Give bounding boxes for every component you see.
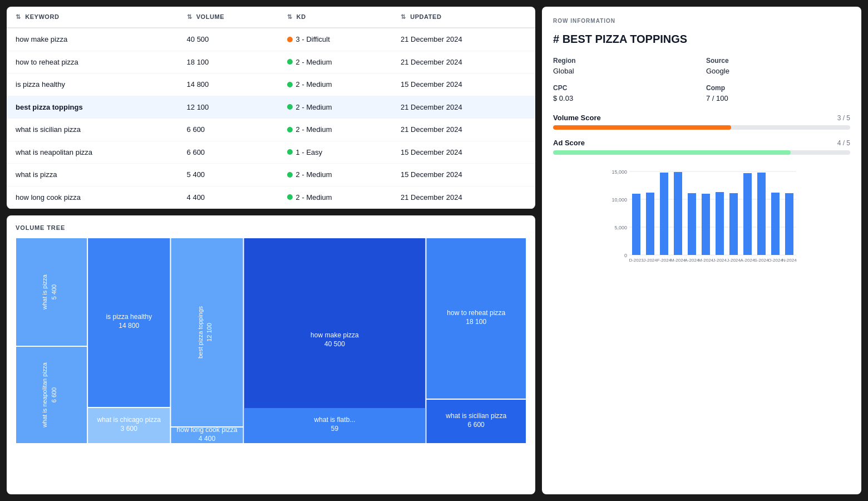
treemap-cell[interactable]: how to reheat pizza18 100 [426, 238, 526, 399]
cell-updated: 21 December 2024 [392, 51, 535, 73]
chart-bar[interactable] [702, 194, 710, 255]
chart-x-label: J-2024 [727, 258, 741, 263]
treemap-cell-volume: 6 600 [468, 421, 485, 429]
table-row[interactable]: is pizza healthy14 8002 - Medium15 Decem… [7, 73, 535, 96]
cell-keyword: how make pizza [7, 28, 178, 51]
region-value: Global [553, 67, 697, 75]
treemap-cell-volume: 12 100 [206, 323, 213, 342]
chart-bar[interactable] [771, 193, 780, 255]
treemap-cell-label: what is pizza [41, 274, 48, 310]
chart-x-label: N-2024 [782, 258, 797, 263]
cell-volume: 6 600 [178, 141, 278, 164]
chart-bar[interactable] [660, 173, 668, 255]
chart-x-label: D-2023 [629, 258, 644, 263]
cell-keyword: how long cook pizza [7, 186, 178, 209]
col-volume[interactable]: ⇅ VOLUME [178, 7, 278, 28]
bar-chart-container: 15,00010,0005,0000D-2023J-2024F-2024M-20… [553, 166, 850, 279]
ad-score-header: Ad Score 4 / 5 [553, 139, 850, 147]
chart-x-label: A-2024 [741, 258, 755, 263]
cell-volume: 6 600 [178, 119, 278, 141]
keyword-table: ⇅ KEYWORD ⇅ VOLUME ⇅ KD ⇅ UPDATED [7, 7, 535, 209]
cell-kd: 2 - Medium [278, 186, 392, 209]
cell-updated: 15 December 2024 [392, 141, 535, 164]
chart-bar[interactable] [785, 193, 793, 255]
cell-updated: 21 December 2024 [392, 186, 535, 209]
chart-x-label: O-2024 [768, 258, 783, 263]
bar-chart-svg: 15,00010,0005,0000D-2023J-2024F-2024M-20… [553, 166, 850, 277]
treemap-cell-label: what is neapolitan pizza [41, 362, 48, 428]
cell-kd: 2 - Medium [278, 96, 392, 119]
cell-updated: 15 December 2024 [392, 73, 535, 96]
treemap-cell-label: how make pizza [310, 331, 359, 339]
treemap: what is pizza5 400what is neapolitan piz… [16, 238, 526, 444]
treemap-cell-label: what is chicago pizza [97, 416, 161, 424]
treemap-cell-volume: 18 100 [466, 318, 486, 326]
ad-score-section: Ad Score 4 / 5 [553, 139, 850, 155]
ad-score-label: Ad Score [553, 139, 585, 147]
cell-keyword: what is pizza [7, 164, 178, 186]
treemap-cell[interactable]: what is neapolitan pizza6 600 [16, 347, 87, 443]
cpc-value: $ 0.03 [553, 94, 697, 102]
chart-bar[interactable] [632, 194, 640, 255]
cell-keyword: best pizza toppings [7, 96, 178, 119]
treemap-svg: what is pizza5 400what is neapolitan piz… [16, 238, 526, 444]
treemap-cell[interactable]: what is sicilian pizza6 600 [426, 400, 526, 443]
treemap-cell[interactable]: how long cook pizza4 400 [171, 426, 243, 443]
treemap-cell[interactable]: what is chicago pizza3 600 [88, 408, 170, 443]
treemap-cell-volume: 40 500 [324, 340, 345, 348]
chart-bar[interactable] [743, 173, 752, 255]
meta-grid: Region Global Source Google CPC $ 0.03 C… [553, 57, 850, 102]
treemap-cell[interactable]: is pizza healthy14 800 [88, 238, 170, 407]
volume-tree-title: VOLUME TREE [16, 224, 526, 231]
chart-y-label: 5,000 [614, 225, 627, 230]
cell-volume: 14 800 [178, 73, 278, 96]
cell-keyword: what is neapolitan pizza [7, 141, 178, 164]
chart-bar[interactable] [757, 173, 766, 255]
col-updated[interactable]: ⇅ UPDATED [392, 7, 535, 28]
table-row[interactable]: what is sicilian pizza6 6002 - Medium21 … [7, 119, 535, 141]
treemap-cell-label: what is flatb... [314, 416, 356, 424]
source-label: Source [706, 57, 850, 65]
volume-score-bar-fill [553, 125, 731, 130]
ad-score-value: 4 / 5 [837, 139, 850, 147]
table-row[interactable]: best pizza toppings12 1002 - Medium21 De… [7, 96, 535, 119]
ad-score-bar-bg [553, 150, 850, 155]
sort-icon-kd: ⇅ [287, 13, 293, 21]
chart-bar[interactable] [729, 193, 738, 255]
treemap-cell[interactable]: what is flatb...59 [244, 408, 426, 443]
region-block: Region Global [553, 57, 697, 75]
table-row[interactable]: what is neapolitan pizza6 6001 - Easy15 … [7, 141, 535, 164]
cell-volume: 40 500 [178, 28, 278, 51]
chart-x-label: A-2024 [685, 258, 699, 263]
chart-bar[interactable] [688, 193, 696, 255]
cell-kd: 2 - Medium [278, 51, 392, 73]
cell-updated: 21 December 2024 [392, 96, 535, 119]
volume-score-header: Volume Score 3 / 5 [553, 114, 850, 122]
volume-score-section: Volume Score 3 / 5 [553, 114, 850, 130]
chart-bar[interactable] [646, 193, 654, 255]
comp-label: Comp [706, 84, 850, 92]
sort-icon-volume: ⇅ [187, 13, 193, 21]
treemap-cell[interactable]: what is pizza5 400 [16, 238, 87, 346]
table-row[interactable]: how make pizza40 5003 - Difficult21 Dece… [7, 28, 535, 51]
treemap-cell[interactable]: best pizza toppings12 100 [171, 238, 243, 426]
table-row[interactable]: how to reheat pizza18 1002 - Medium21 De… [7, 51, 535, 73]
treemap-cell-volume: 14 800 [119, 322, 139, 330]
region-label: Region [553, 57, 697, 65]
table-row[interactable]: what is pizza5 4002 - Medium15 December … [7, 164, 535, 186]
col-kd[interactable]: ⇅ KD [278, 7, 392, 28]
table-body: how make pizza40 5003 - Difficult21 Dece… [7, 28, 535, 209]
keyword-title: # BEST PIZZA TOPPINGS [553, 33, 850, 46]
chart-bar[interactable] [716, 192, 724, 255]
volume-tree-section: VOLUME TREE what is pizza5 400what is ne… [7, 215, 535, 494]
cell-volume: 5 400 [178, 164, 278, 186]
table-row[interactable]: how long cook pizza4 4002 - Medium21 Dec… [7, 186, 535, 209]
volume-score-label: Volume Score [553, 114, 601, 122]
col-keyword[interactable]: ⇅ KEYWORD [7, 7, 178, 28]
chart-bar[interactable] [674, 172, 682, 255]
cpc-block: CPC $ 0.03 [553, 84, 697, 102]
cell-keyword: what is sicilian pizza [7, 119, 178, 141]
cell-kd: 2 - Medium [278, 164, 392, 186]
treemap-cell-label: how long cook pizza [177, 426, 238, 434]
volume-score-value: 3 / 5 [837, 114, 850, 122]
